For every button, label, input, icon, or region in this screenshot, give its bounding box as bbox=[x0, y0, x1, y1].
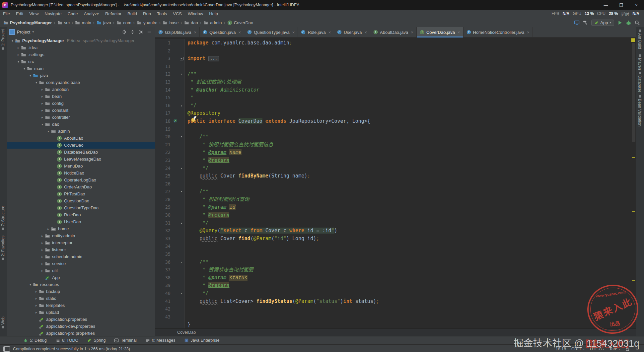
toolwindow-spring[interactable]: Spring bbox=[87, 338, 106, 343]
expand-arrow-icon[interactable]: ▸ bbox=[40, 255, 45, 258]
code-line-21[interactable]: 21 * 按照封面图名查找封面图信息 bbox=[155, 141, 636, 149]
tree-item-admin[interactable]: ▾admin bbox=[7, 128, 155, 135]
tree-item-interceptor[interactable]: ▸interceptor bbox=[7, 239, 155, 246]
menu-window[interactable]: Window bbox=[185, 10, 206, 18]
code-line-38[interactable]: 38 * @param status bbox=[155, 274, 636, 282]
breadcrumb-admin[interactable]: admin bbox=[203, 20, 222, 25]
tab-HomeNoticeController.java[interactable]: CHomeNoticeController.java× bbox=[464, 27, 533, 37]
breadcrumb-com[interactable]: com bbox=[116, 20, 132, 25]
build-hammer-icon[interactable] bbox=[583, 20, 588, 26]
fold-expand-icon[interactable]: + bbox=[180, 57, 183, 60]
breadcrumb-src[interactable]: src bbox=[57, 20, 70, 25]
toolwindow-java-enterprise[interactable]: JJava Enterprise bbox=[184, 338, 220, 343]
maximize-button[interactable]: ❐ bbox=[613, 0, 629, 10]
fold-close-icon[interactable]: ▴ bbox=[180, 292, 182, 295]
expand-arrow-icon[interactable]: ▸ bbox=[40, 95, 45, 98]
tree-item-service[interactable]: ▸service bbox=[7, 260, 155, 267]
close-tab-icon[interactable]: × bbox=[364, 30, 367, 35]
tree-item-upload[interactable]: ▸upload bbox=[7, 309, 155, 316]
tree-item-application-dev.properties[interactable]: application-dev.properties bbox=[7, 323, 155, 330]
tree-item-dao[interactable]: ▾dao bbox=[7, 121, 155, 128]
tree-item-backup[interactable]: ▸backup bbox=[7, 288, 155, 295]
code-line-1[interactable]: 1package com.yuanlrc.base.dao.admin; bbox=[155, 39, 636, 47]
breadcrumb-main[interactable]: main bbox=[74, 20, 92, 25]
file-structure-breadcrumb[interactable]: CoverDao bbox=[155, 328, 636, 336]
restore-layout-icon[interactable] bbox=[3, 346, 10, 352]
expand-arrow-icon[interactable]: ▸ bbox=[40, 248, 45, 251]
tool-button-web[interactable]: Web bbox=[1, 317, 5, 328]
code-line-16[interactable]: 16▴ */ bbox=[155, 102, 636, 110]
toolwindow-5-debug[interactable]: 5: Debug bbox=[23, 338, 47, 343]
tree-item-schedule.admin[interactable]: ▸schedule.admin bbox=[7, 253, 155, 260]
expand-arrow-icon[interactable]: ▾ bbox=[34, 81, 39, 84]
code-line-26[interactable]: 26 bbox=[155, 180, 636, 188]
inspection-indicator[interactable] bbox=[631, 38, 635, 42]
tab-Question.java[interactable]: CQuestion.java× bbox=[200, 27, 244, 37]
tree-item-static[interactable]: ▸static bbox=[7, 295, 155, 302]
code-line-35[interactable]: 35 bbox=[155, 250, 636, 258]
tab-Role.java[interactable]: CRole.java× bbox=[298, 27, 334, 37]
collapse-all-icon[interactable] bbox=[130, 30, 135, 35]
tree-item-App[interactable]: App bbox=[7, 274, 155, 281]
code-line-18[interactable]: 18public interface CoverDao extends JpaR… bbox=[155, 117, 636, 125]
close-tab-icon[interactable]: × bbox=[328, 30, 331, 35]
tree-item-QuestionDao[interactable]: IQuestionDao bbox=[7, 197, 155, 204]
code-line-40[interactable]: 40▴ */ bbox=[155, 290, 636, 298]
code-line-20[interactable]: 20▾ /** bbox=[155, 133, 636, 141]
tree-item-UserDao[interactable]: IUserDao bbox=[7, 218, 155, 225]
menu-navigate[interactable]: Navigate bbox=[41, 10, 64, 18]
menu-view[interactable]: View bbox=[26, 10, 41, 18]
breadcrumb-dao[interactable]: dao bbox=[183, 20, 199, 25]
code-line-22[interactable]: 22 * @param name bbox=[155, 149, 636, 157]
expand-arrow-icon[interactable]: ▾ bbox=[28, 74, 33, 77]
expand-arrow-icon[interactable]: ▸ bbox=[34, 290, 39, 293]
tree-item-QuestionTypeDao[interactable]: IQuestionTypeDao bbox=[7, 204, 155, 211]
tool-button-7-structure[interactable]: 7: Structure bbox=[1, 206, 5, 230]
menu-analyze[interactable]: Analyze bbox=[81, 10, 102, 18]
breadcrumb-base[interactable]: base bbox=[162, 20, 179, 25]
close-button[interactable]: × bbox=[629, 0, 644, 10]
tree-item-listener[interactable]: ▸listener bbox=[7, 246, 155, 253]
menu-tools[interactable]: Tools bbox=[154, 10, 170, 18]
expand-arrow-icon[interactable]: ▾ bbox=[10, 39, 15, 42]
breadcrumb-yuanlrc[interactable]: yuanlrc bbox=[136, 20, 158, 25]
expand-arrow-icon[interactable]: ▸ bbox=[34, 297, 39, 300]
minimize-button[interactable]: — bbox=[598, 0, 613, 10]
toolwindow-6-todo[interactable]: 6: TODO bbox=[55, 338, 79, 343]
code-line-17[interactable]: 17@Repository bbox=[155, 109, 636, 117]
spring-bean-gutter-icon[interactable] bbox=[173, 117, 178, 125]
code-line-37[interactable]: 37 * 根据状态查询封面图 bbox=[155, 266, 636, 274]
toolwindow-terminal[interactable]: Terminal bbox=[114, 338, 136, 343]
code-line-15[interactable]: 15 * bbox=[155, 94, 636, 102]
hide-panel-icon[interactable] bbox=[147, 30, 152, 35]
tree-item-bean[interactable]: ▸bean bbox=[7, 93, 155, 100]
menu-help[interactable]: Help bbox=[206, 10, 221, 18]
code-line-27[interactable]: 27▾ /** bbox=[155, 188, 636, 196]
expand-arrow-icon[interactable]: ▸ bbox=[40, 241, 45, 245]
code-line-29[interactable]: 29 * @param id bbox=[155, 203, 636, 211]
tree-item-CoverDao[interactable]: ICoverDao bbox=[7, 142, 155, 149]
breadcrumb-PsychologyManager[interactable]: PsychologyManager bbox=[3, 20, 52, 25]
tree-item-MenuDao[interactable]: IMenuDao bbox=[7, 163, 155, 170]
tree-item-PsychologyManager[interactable]: ▾PsychologyManagerE:\idea_space\Psycholo… bbox=[7, 37, 155, 44]
code-line-19[interactable]: 19 bbox=[155, 125, 636, 133]
tab-AboutDao.java[interactable]: IAboutDao.java× bbox=[370, 27, 417, 37]
tab-QuestionType.java[interactable]: CQuestionType.java× bbox=[244, 27, 298, 37]
code-line-36[interactable]: 36▾ /** bbox=[155, 258, 636, 266]
code-line-24[interactable]: 24▴ */ bbox=[155, 165, 636, 173]
expand-arrow-icon[interactable]: ▾ bbox=[16, 60, 21, 63]
tab-CoverDao.java[interactable]: ICoverDao.java× bbox=[417, 27, 464, 37]
tree-item-NoticeDao[interactable]: INoticeDao bbox=[7, 170, 155, 176]
tool-button-database[interactable]: Database bbox=[637, 72, 642, 92]
code-line-3[interactable]: 3+import ... bbox=[155, 55, 636, 63]
code-line-11[interactable]: 11 bbox=[155, 63, 636, 71]
tree-item-entity.admin[interactable]: ▸entity.admin bbox=[7, 232, 155, 239]
tree-item-.idea[interactable]: ▸.idea bbox=[7, 44, 155, 51]
tree-item-controller[interactable]: ▸controller bbox=[7, 114, 155, 121]
expand-arrow-icon[interactable]: ▸ bbox=[40, 102, 45, 105]
expand-arrow-icon[interactable]: ▸ bbox=[46, 227, 51, 231]
menu-code[interactable]: Code bbox=[65, 10, 81, 18]
tree-item-application.properties[interactable]: application.properties bbox=[7, 316, 155, 323]
tree-item-resources[interactable]: ▾resources bbox=[7, 281, 155, 288]
menu-refactor[interactable]: Refactor bbox=[102, 10, 124, 18]
